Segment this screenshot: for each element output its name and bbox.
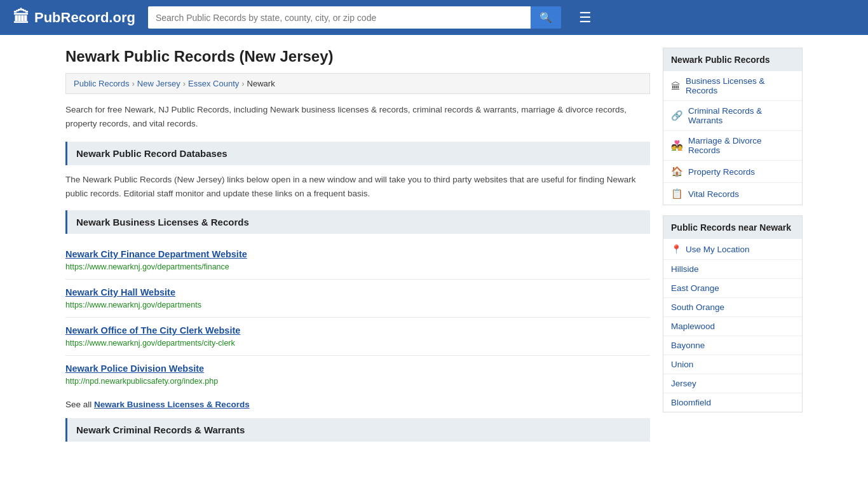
business-record-url[interactable]: https://www.newarknj.gov/departments/fin… bbox=[65, 262, 229, 271]
breadcrumb-public-records[interactable]: Public Records bbox=[74, 79, 129, 88]
menu-button[interactable]: ☰ bbox=[574, 7, 597, 29]
business-record-entry: Newark Police Division Website http://np… bbox=[65, 356, 650, 393]
logo-text: PubRecord.org bbox=[34, 10, 135, 26]
sidebar-item-icon: 📋 bbox=[671, 188, 683, 200]
sidebar-item-label: Property Records bbox=[688, 167, 755, 177]
nearby-place-4[interactable]: Bayonne bbox=[663, 336, 802, 355]
nearby-place-3[interactable]: Maplewood bbox=[663, 317, 802, 336]
sidebar-item-3[interactable]: 🏠 Property Records bbox=[663, 161, 802, 183]
nearby-place-0[interactable]: Hillside bbox=[663, 260, 802, 279]
breadcrumb-essex-county[interactable]: Essex County bbox=[188, 79, 239, 88]
breadcrumb-sep-1: › bbox=[132, 79, 134, 88]
site-logo[interactable]: 🏛 PubRecord.org bbox=[13, 8, 135, 27]
menu-icon: ☰ bbox=[579, 10, 592, 25]
sidebar-records-list: 🏛 Business Licenses & Records 🔗 Criminal… bbox=[663, 71, 802, 205]
nearby-place-5[interactable]: Union bbox=[663, 355, 802, 374]
sidebar-item-0[interactable]: 🏛 Business Licenses & Records bbox=[663, 71, 802, 101]
business-record-title[interactable]: Newark City Hall Website bbox=[65, 287, 650, 297]
nearby-place-7[interactable]: Bloomfield bbox=[663, 393, 802, 412]
databases-description: The Newark Public Records (New Jersey) l… bbox=[65, 173, 650, 200]
search-button[interactable]: 🔍 bbox=[531, 6, 561, 29]
sidebar-item-label: Criminal Records & Warrants bbox=[688, 106, 794, 125]
sidebar-public-records-header: Newark Public Records bbox=[663, 48, 802, 71]
business-record-url[interactable]: https://www.newarknj.gov/departments/cit… bbox=[65, 339, 235, 348]
intro-text: Search for free Newark, NJ Public Record… bbox=[65, 103, 650, 130]
sidebar-nearby-section: Public Records near Newark 📍 Use My Loca… bbox=[663, 215, 803, 412]
sidebar-item-label: Marriage & Divorce Records bbox=[688, 136, 794, 155]
sidebar-item-icon: 🔗 bbox=[671, 110, 683, 121]
nearby-place-6[interactable]: Jersey bbox=[663, 374, 802, 393]
main-container: Newark Public Records (New Jersey) Publi… bbox=[53, 35, 815, 462]
sidebar-item-icon: 🏛 bbox=[671, 81, 681, 92]
breadcrumb-sep-3: › bbox=[241, 79, 244, 88]
breadcrumb-newark: Newark bbox=[247, 79, 275, 88]
use-location-label: Use My Location bbox=[686, 245, 750, 254]
sidebar-item-2[interactable]: 💑 Marriage & Divorce Records bbox=[663, 131, 802, 161]
logo-icon: 🏛 bbox=[13, 8, 29, 27]
breadcrumb-sep-2: › bbox=[183, 79, 186, 88]
nearby-place-1[interactable]: East Orange bbox=[663, 279, 802, 298]
sidebar: Newark Public Records 🏛 Business License… bbox=[663, 48, 803, 449]
sidebar-item-label: Business Licenses & Records bbox=[686, 76, 794, 95]
sidebar-nearby-header: Public Records near Newark bbox=[663, 216, 802, 239]
nearby-place-2[interactable]: South Orange bbox=[663, 298, 802, 317]
location-icon: 📍 bbox=[671, 244, 682, 254]
sidebar-item-4[interactable]: 📋 Vital Records bbox=[663, 183, 802, 205]
business-record-entry: Newark City Finance Department Website h… bbox=[65, 241, 650, 280]
page-title: Newark Public Records (New Jersey) bbox=[65, 48, 650, 65]
use-location-item[interactable]: 📍 Use My Location bbox=[663, 239, 802, 260]
criminal-section-header: Newark Criminal Records & Warrants bbox=[65, 418, 650, 442]
see-all-business: See all Newark Business Licenses & Recor… bbox=[65, 393, 650, 418]
databases-section-header: Newark Public Record Databases bbox=[65, 142, 650, 165]
see-all-prefix: See all bbox=[65, 400, 94, 409]
business-record-url[interactable]: http://npd.newarkpublicsafety.org/index.… bbox=[65, 377, 218, 386]
sidebar-public-records-section: Newark Public Records 🏛 Business License… bbox=[663, 48, 803, 205]
nearby-places-list: HillsideEast OrangeSouth OrangeMaplewood… bbox=[663, 260, 802, 412]
breadcrumb: Public Records › New Jersey › Essex Coun… bbox=[65, 73, 650, 94]
business-record-entry: Newark City Hall Website https://www.new… bbox=[65, 280, 650, 318]
business-records-list: Newark City Finance Department Website h… bbox=[65, 241, 650, 393]
sidebar-item-1[interactable]: 🔗 Criminal Records & Warrants bbox=[663, 101, 802, 131]
site-header: 🏛 PubRecord.org 🔍 ☰ bbox=[0, 0, 868, 35]
content-area: Newark Public Records (New Jersey) Publi… bbox=[65, 48, 650, 449]
business-record-url[interactable]: https://www.newarknj.gov/departments bbox=[65, 301, 201, 309]
breadcrumb-new-jersey[interactable]: New Jersey bbox=[137, 79, 180, 88]
business-record-entry: Newark Office of The City Clerk Website … bbox=[65, 318, 650, 356]
business-record-title[interactable]: Newark Office of The City Clerk Website bbox=[65, 325, 650, 336]
search-input[interactable] bbox=[148, 6, 531, 29]
search-form: 🔍 bbox=[148, 6, 561, 29]
sidebar-item-icon: 💑 bbox=[671, 140, 683, 151]
sidebar-item-icon: 🏠 bbox=[671, 166, 683, 177]
business-record-title[interactable]: Newark Police Division Website bbox=[65, 363, 650, 374]
sidebar-item-label: Vital Records bbox=[688, 189, 739, 199]
business-record-title[interactable]: Newark City Finance Department Website bbox=[65, 249, 650, 259]
search-icon: 🔍 bbox=[539, 12, 552, 23]
business-section-header: Newark Business Licenses & Records bbox=[65, 210, 650, 234]
see-all-business-link[interactable]: Newark Business Licenses & Records bbox=[94, 400, 250, 409]
